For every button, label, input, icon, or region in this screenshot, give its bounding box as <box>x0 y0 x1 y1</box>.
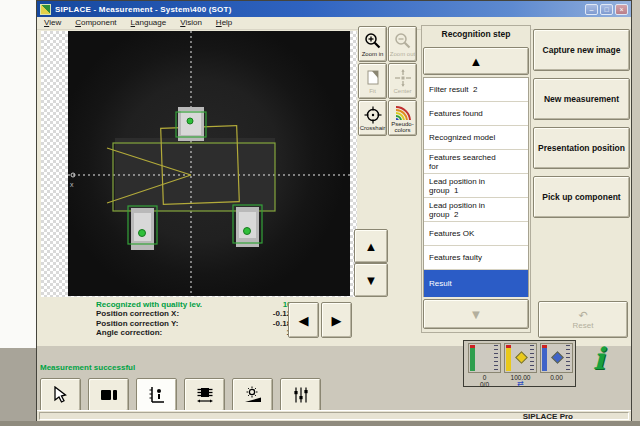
sliders-icon <box>291 386 311 404</box>
down-arrow-icon: ▼ <box>470 308 483 321</box>
measurement-results: Recognized with quality lev. 100.0 % Pos… <box>96 300 312 338</box>
component-tool-button[interactable] <box>88 378 129 412</box>
list-item-features-found[interactable]: Features found <box>424 102 528 126</box>
measure-tool-button[interactable] <box>136 378 177 412</box>
menu-vision[interactable]: Vision <box>173 17 209 29</box>
result-row: Position correction Y: -0.188 mm <box>96 319 312 328</box>
result-row: Angle correction: 1.348 ° <box>96 328 312 337</box>
crosshair-button[interactable]: Crosshair <box>358 100 387 136</box>
list-item-features-searched-for[interactable]: Features searched for <box>424 150 528 174</box>
menu-view[interactable]: View <box>37 17 68 29</box>
crosshair-icon <box>364 106 382 124</box>
vision-gauges: 0 100.00 0.00 0/0 ⇄ <box>463 340 576 387</box>
list-item-result-selected[interactable]: Result <box>424 270 528 297</box>
status-bar: SIPLACE Pro <box>37 410 631 421</box>
list-item-lead-position-group-2[interactable]: Lead position in group 2 <box>424 198 528 222</box>
list-item-recognized-model[interactable]: Recognized model <box>424 126 528 150</box>
zoom-in-button[interactable]: Zoom in <box>358 26 387 62</box>
pseudo-colors-button[interactable]: Pseudo- colors <box>388 100 417 136</box>
quality-line: Recognized with quality lev. 100.0 % <box>96 300 312 309</box>
menu-help[interactable]: Help <box>209 17 239 29</box>
next-step-button[interactable]: ▶ <box>321 302 352 338</box>
menu-language[interactable]: Language <box>124 17 174 29</box>
image-canvas-background: x <box>41 31 357 297</box>
step-up-button[interactable]: ▲ <box>423 47 529 75</box>
list-item-features-faulty[interactable]: Features faulty <box>424 246 528 270</box>
illumination-tool-button[interactable] <box>232 378 273 412</box>
green-gauge-sub: 0/0 <box>468 381 501 388</box>
restore-button[interactable]: □ <box>600 4 613 15</box>
step-down-button: ▼ <box>423 299 529 329</box>
list-scroll-up-button[interactable]: ▲ <box>354 229 388 263</box>
component-leads-tool-button[interactable] <box>184 378 225 412</box>
blue-gauge-value: 0.00 <box>540 374 573 381</box>
vision-overlay: x <box>68 31 350 296</box>
new-measurement-button[interactable]: New measurement <box>533 78 630 120</box>
blue-bar <box>542 345 547 371</box>
desktop-background <box>0 0 36 348</box>
pointer-icon <box>51 386 71 404</box>
lead-bottom-right-center <box>244 228 251 235</box>
pick-up-component-button[interactable]: Pick up component <box>533 176 630 218</box>
title-bar[interactable]: SIPLACE - Measurement - System\400 (SOT)… <box>37 1 631 17</box>
illumination-icon <box>243 386 263 404</box>
desktop-background <box>632 0 640 426</box>
left-arrow-icon: ◀ <box>299 314 309 327</box>
gauge-scale <box>494 345 498 371</box>
app-icon <box>40 4 51 15</box>
previous-step-button[interactable]: ◀ <box>288 302 319 338</box>
recognition-header: Recognition step <box>422 29 530 39</box>
green-gauge <box>468 343 501 373</box>
gauge-scale <box>530 345 534 371</box>
center-icon <box>394 69 412 87</box>
fit-icon <box>364 69 382 87</box>
component-leads-icon <box>195 386 215 404</box>
minimize-button[interactable]: – <box>585 4 598 15</box>
up-arrow-icon: ▲ <box>470 55 483 68</box>
right-arrow-icon: ▶ <box>332 314 342 327</box>
list-scroll-down-button[interactable]: ▼ <box>354 263 388 297</box>
pseudo-colors-icon <box>393 104 413 120</box>
window-title: SIPLACE - Measurement - System\400 (SOT) <box>55 5 232 14</box>
status-bar-text: SIPLACE Pro <box>523 412 573 421</box>
desktop-background <box>0 348 36 426</box>
result-row: Position correction X: -0.121 mm <box>96 309 312 318</box>
select-tool-button[interactable] <box>40 378 81 412</box>
zoom-out-icon <box>394 32 412 50</box>
zoom-in-icon <box>364 32 382 50</box>
menu-component[interactable]: Component <box>68 17 123 29</box>
green-bar <box>470 345 475 371</box>
capture-new-image-button[interactable]: Capture new image <box>533 29 630 71</box>
list-item-features-ok[interactable]: Features OK <box>424 222 528 246</box>
list-item-filter-result-2[interactable]: Filter result 2 <box>424 78 528 102</box>
yellow-bar <box>506 345 511 371</box>
blue-gauge <box>540 343 573 373</box>
yellow-diamond-icon <box>515 351 528 364</box>
close-button[interactable]: × <box>615 4 628 15</box>
yellow-gauge <box>504 343 537 373</box>
recognition-panel: Recognition step ▲ Filter result 2 Featu… <box>421 25 531 333</box>
presentation-position-button[interactable]: Presentation position <box>533 127 630 169</box>
reset-button: ↶ Reset <box>538 301 628 338</box>
up-arrow-icon: ▲ <box>365 240 378 253</box>
down-arrow-icon: ▼ <box>365 274 378 287</box>
component-icon <box>99 386 119 404</box>
camera-view[interactable]: x <box>68 31 350 296</box>
list-item-lead-position-group-1[interactable]: Lead position in group 1 <box>424 174 528 198</box>
app-window: SIPLACE - Measurement - System\400 (SOT)… <box>36 0 632 421</box>
axis-label: x <box>70 181 74 188</box>
lead-bottom-left-center <box>139 230 146 237</box>
adjust-tool-button[interactable] <box>280 378 321 412</box>
recognition-step-list: Filter result 2 Features found Recognize… <box>423 77 529 297</box>
info-icon[interactable]: i <box>593 341 604 376</box>
green-gauge-value: 0 <box>468 374 501 381</box>
fit-button: Fit <box>358 63 387 99</box>
measure-icon <box>147 386 167 404</box>
zoom-out-button: Zoom out <box>388 26 417 62</box>
gauge-scale <box>566 345 570 371</box>
center-button: Center <box>388 63 417 99</box>
taskbar-edge <box>0 421 640 426</box>
lead-top-center <box>187 118 193 124</box>
reset-arrow-icon: ↶ <box>578 310 587 321</box>
measurement-status: Measurement successful <box>40 363 135 372</box>
